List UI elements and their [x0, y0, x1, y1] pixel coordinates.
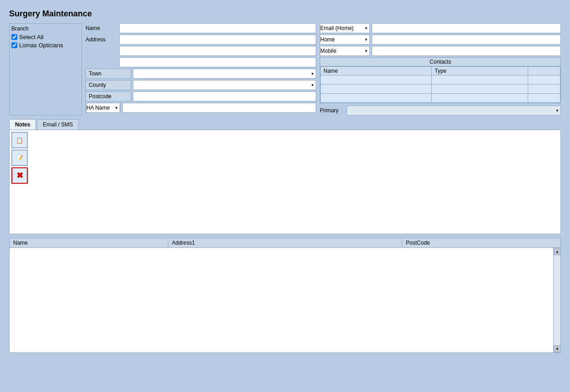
- ha-select-label-wrapper: HA Name: [86, 103, 121, 113]
- add-note-button[interactable]: 📋: [11, 132, 28, 148]
- tab-email-sms[interactable]: Email / SMS: [37, 119, 79, 130]
- bottom-table-header: Name Address1 PostCode: [10, 238, 560, 248]
- tab-notes[interactable]: Notes: [9, 119, 36, 130]
- select-all-label: Select All: [19, 34, 43, 40]
- town-row: Town Town 1 Town 2: [86, 69, 316, 79]
- form-middle: Name Address Town: [86, 23, 316, 116]
- contacts-col-name: Name: [321, 67, 432, 75]
- address-label: Address: [86, 36, 117, 43]
- lomas-opticians-row: Lomas Opticians: [11, 42, 80, 49]
- county-select[interactable]: County 1: [133, 80, 316, 90]
- bottom-table-body: ▲ ▼: [10, 248, 560, 352]
- tab-content: 📋 📝 ✖: [9, 130, 561, 234]
- contacts-row-2: [321, 85, 560, 94]
- county-label: County: [86, 80, 131, 90]
- tab-area: [30, 132, 559, 232]
- address-input-1[interactable]: [119, 35, 316, 45]
- bottom-table: Name Address1 PostCode ▲ ▼: [9, 238, 561, 353]
- county-row: County County 1: [86, 80, 316, 90]
- address-row-3: [86, 57, 316, 67]
- add-note-icon: 📋: [16, 137, 23, 144]
- ha-name-select[interactable]: HA Name: [86, 103, 120, 113]
- mobile-select[interactable]: Mobile: [320, 46, 370, 56]
- address-input-3[interactable]: [119, 57, 316, 67]
- main-container: Surgery Maintenance Branch Select All Lo…: [5, 5, 565, 357]
- home-row: Home: [320, 35, 561, 45]
- email-home-select[interactable]: Email (Home): [320, 23, 370, 33]
- mobile-input[interactable]: [372, 46, 561, 56]
- home-input[interactable]: [372, 35, 561, 45]
- town-label: Town: [86, 69, 131, 79]
- contacts-header: Contacts: [320, 58, 560, 66]
- right-panel: Email (Home) Home Mobile: [320, 23, 561, 116]
- postcode-input[interactable]: [133, 91, 316, 101]
- tabs-bar: Notes Email / SMS: [9, 119, 561, 130]
- address-row-1: Address: [86, 35, 316, 45]
- lomas-opticians-checkbox[interactable]: [11, 42, 17, 48]
- primary-label: Primary: [320, 107, 345, 114]
- select-all-checkbox[interactable]: [11, 34, 17, 40]
- delete-note-button[interactable]: ✖: [11, 167, 28, 184]
- edit-note-icon: 📝: [16, 155, 23, 161]
- address-input-2[interactable]: [119, 46, 316, 56]
- bottom-col-address1: Address1: [168, 238, 403, 247]
- contacts-row-3: [321, 94, 560, 103]
- mobile-row: Mobile: [320, 46, 561, 56]
- bottom-table-content: [10, 248, 553, 352]
- bottom-col-postcode: PostCode: [402, 238, 560, 247]
- contacts-col-extra: [528, 67, 560, 75]
- ha-name-input[interactable]: [122, 103, 316, 113]
- email-home-input[interactable]: [372, 23, 561, 33]
- scroll-down-button[interactable]: ▼: [554, 345, 561, 352]
- home-select[interactable]: Home: [320, 35, 370, 45]
- postcode-row: Postcode: [86, 91, 316, 101]
- select-all-row: Select All: [11, 34, 80, 40]
- ha-name-row: HA Name: [86, 103, 316, 113]
- lomas-opticians-label: Lomas Opticians: [19, 42, 63, 49]
- primary-row: Primary: [320, 106, 561, 116]
- primary-select[interactable]: [347, 106, 561, 116]
- branch-label: Branch: [11, 25, 80, 32]
- email-home-row: Email (Home): [320, 23, 561, 33]
- branch-panel: Branch Select All Lomas Opticians: [9, 23, 82, 116]
- contacts-section: Contacts Name Type: [320, 57, 561, 103]
- town-select[interactable]: Town 1 Town 2: [133, 69, 316, 79]
- bottom-col-name: Name: [10, 238, 168, 247]
- contacts-table: Name Type: [320, 66, 560, 103]
- scroll-track: [554, 255, 560, 345]
- address-row-2: [86, 46, 316, 56]
- postcode-label: Postcode: [86, 91, 131, 101]
- name-row: Name: [86, 23, 316, 33]
- top-section: Branch Select All Lomas Opticians Name A…: [9, 23, 561, 116]
- tab-buttons: 📋 📝 ✖: [11, 132, 28, 232]
- page-title: Surgery Maintenance: [9, 9, 561, 19]
- scroll-up-button[interactable]: ▲: [554, 248, 561, 255]
- delete-note-icon: ✖: [16, 171, 23, 181]
- edit-note-button[interactable]: 📝: [11, 150, 28, 166]
- scrollbar[interactable]: ▲ ▼: [553, 248, 560, 352]
- contacts-col-type: Type: [432, 67, 528, 75]
- contacts-row-1: [321, 75, 560, 85]
- name-input[interactable]: [119, 23, 316, 33]
- tabs-section: Notes Email / SMS 📋 📝 ✖: [9, 119, 561, 234]
- name-label: Name: [86, 25, 117, 31]
